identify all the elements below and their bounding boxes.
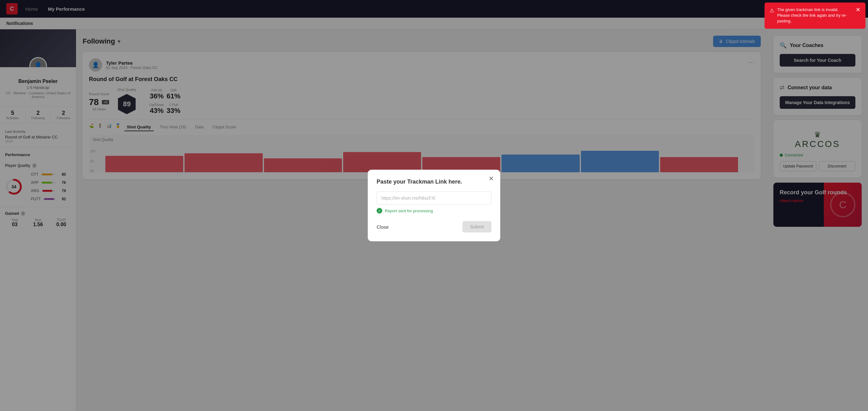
success-check-icon: ✓ xyxy=(377,208,382,214)
success-text: Report sent for processing xyxy=(385,209,433,213)
warning-icon: ⚠ xyxy=(770,7,774,14)
modal-close-button[interactable]: Close xyxy=(377,224,389,230)
error-toast: ⚠ The given trackman link is invalid. Pl… xyxy=(765,2,866,29)
toast-close-button[interactable]: ✕ xyxy=(856,7,861,12)
modal-footer: Close Submit xyxy=(377,221,491,232)
modal-close-x-button[interactable]: ✕ xyxy=(489,175,494,182)
trackman-link-input[interactable] xyxy=(377,191,491,205)
trackman-modal: Paste your Trackman Link here. ✕ ✓ Repor… xyxy=(368,170,500,241)
modal-overlay[interactable]: Paste your Trackman Link here. ✕ ✓ Repor… xyxy=(0,0,868,411)
modal-success-message: ✓ Report sent for processing xyxy=(377,208,491,214)
modal-submit-button[interactable]: Submit xyxy=(462,221,491,232)
error-toast-message: The given trackman link is invalid. Plea… xyxy=(777,7,850,24)
modal-title: Paste your Trackman Link here. xyxy=(377,179,491,185)
